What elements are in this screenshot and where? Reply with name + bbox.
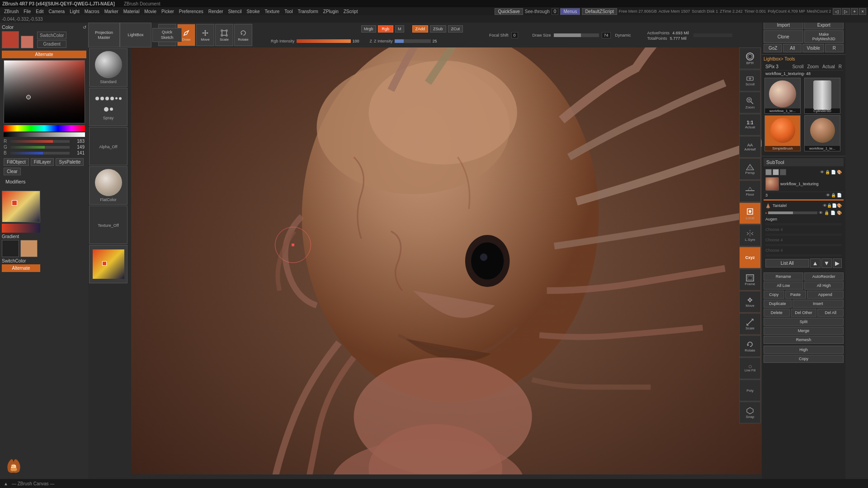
gradient-picker[interactable] [2, 191, 40, 222]
brush-spray[interactable]: Spray [89, 88, 127, 126]
append-button[interactable]: Append [807, 291, 844, 299]
modifiers-button[interactable]: Modifiers [4, 178, 28, 185]
menu-light[interactable]: Light [67, 9, 82, 14]
menu-preferences[interactable]: Preferences [177, 9, 206, 14]
clear-button[interactable]: Clear [4, 168, 21, 175]
alternate-button-bottom[interactable]: Alternate [2, 264, 40, 272]
zoom-icon-label[interactable]: Zoom [807, 64, 819, 69]
scale-rt-button[interactable]: Scale [739, 313, 761, 335]
del-all-button[interactable]: Del All [817, 309, 844, 317]
icon-btn-1[interactable]: ◁ [833, 8, 841, 15]
gradient-button[interactable]: Gradient [37, 40, 66, 48]
delete-button[interactable]: Delete [764, 309, 790, 317]
rgb-intensity-slider[interactable] [297, 39, 351, 43]
brush-alpha-off[interactable]: Alpha_Off [89, 127, 127, 165]
icon-btn-2[interactable]: ▷ [842, 8, 850, 15]
frame-button[interactable]: Frame [739, 269, 761, 291]
menu-transform[interactable]: Transform [296, 9, 321, 14]
copy-subtool-button[interactable]: Copy [764, 291, 784, 299]
menu-texture[interactable]: Texture [263, 9, 282, 14]
actual-button[interactable]: 1:1 Actual [739, 114, 761, 136]
draw-size-slider[interactable] [554, 33, 599, 37]
merge-button[interactable]: Merge [764, 327, 844, 335]
r-slider[interactable] [10, 140, 70, 143]
snap-button[interactable]: Snap [739, 402, 761, 423]
switch-color-button[interactable]: SwitchColor [37, 32, 66, 39]
list-up-button[interactable]: ▲ [810, 258, 821, 268]
st-color-2[interactable] [773, 169, 779, 175]
insert-button[interactable]: Insert [793, 300, 844, 308]
bpr-button[interactable]: BPR [739, 47, 761, 69]
alternate-button[interactable]: Alternate [2, 51, 86, 58]
st-color-1[interactable] [765, 169, 772, 175]
floor-button[interactable]: Floor [739, 180, 761, 202]
mrgb-button[interactable]: Mrgb [361, 25, 376, 33]
st-color-3[interactable] [780, 169, 786, 175]
all-low-button[interactable]: All Low [764, 282, 803, 290]
goz-button[interactable]: GoZ [764, 44, 782, 52]
brush-flatcolor[interactable]: FlatColor [89, 166, 127, 205]
zoom-button[interactable]: Zoom [739, 92, 761, 113]
rotate-button[interactable]: Rotate [234, 24, 252, 46]
paste-subtool-button[interactable]: Paste [785, 291, 806, 299]
menu-picker[interactable]: Picker [159, 9, 176, 14]
menu-stencil[interactable]: Stencil [226, 9, 244, 14]
r-button[interactable]: R [825, 44, 844, 52]
persp-button[interactable]: Persp [739, 158, 761, 180]
cxyz-button[interactable]: Cxyz [739, 247, 761, 268]
lightbox-thumb-4[interactable]: workflow_1_te... [804, 115, 840, 151]
st-intensity-slider[interactable] [768, 211, 817, 214]
linefill-button[interactable]: ⬡ Line Fill [739, 357, 761, 379]
all-high-button[interactable]: All High [804, 282, 844, 290]
b-slider[interactable] [10, 152, 70, 155]
lsym-button[interactable]: L.Sym [739, 225, 761, 246]
menu-movie[interactable]: Movie [142, 9, 159, 14]
scroll-placeholder[interactable] [693, 33, 732, 37]
menu-render[interactable]: Render [206, 9, 226, 14]
rename-button[interactable]: Rename [764, 272, 803, 281]
list-all-button[interactable]: List All [765, 259, 809, 267]
g-slider[interactable] [10, 146, 70, 149]
lightbox-thumb-1[interactable]: workflow_1_te... [764, 78, 801, 114]
scroll-icon-label[interactable]: Scroll [792, 64, 803, 69]
move-button[interactable]: Move [196, 24, 214, 46]
rgb-button[interactable]: Rgb [378, 25, 394, 33]
menu-macros[interactable]: Macros [82, 9, 102, 14]
move-rt-button[interactable]: ✥ Move [739, 291, 761, 313]
remesh-button[interactable]: Remesh [764, 336, 844, 344]
scale-button[interactable]: Scale [215, 24, 233, 46]
menu-file[interactable]: File [21, 9, 33, 14]
icon-btn-4[interactable]: × [859, 8, 866, 15]
aahalf-button[interactable]: AA AAHalf [739, 136, 761, 158]
brush-gradient-picker[interactable] [89, 245, 127, 283]
hue-bar[interactable] [4, 125, 85, 131]
brush-texture-off[interactable]: Texture_Off [89, 206, 127, 244]
high-button[interactable]: High [764, 346, 844, 354]
list-down-button[interactable]: ▼ [821, 258, 832, 268]
fill-object-button[interactable]: FillObject [4, 158, 29, 166]
del-other-button[interactable]: Del Other [791, 309, 817, 317]
scroll-button[interactable]: Scroll [739, 70, 761, 91]
clone-button[interactable]: Clone [764, 30, 803, 43]
menu-material[interactable]: Material [121, 9, 142, 14]
poly-button[interactable]: Poly [739, 380, 761, 401]
menu-edit[interactable]: Edit [33, 9, 46, 14]
menus-button[interactable]: Menus [560, 8, 580, 15]
menu-stroke[interactable]: Stroke [245, 9, 262, 14]
lightbox-thumb-3[interactable]: SimpleBrush [764, 115, 801, 151]
copy-final-button[interactable]: Copy [764, 355, 844, 363]
duplicate-button[interactable]: Duplicate [764, 300, 792, 308]
auto-reorder-button[interactable]: AutoReorder [804, 272, 844, 281]
swatch-dark[interactable] [2, 240, 19, 257]
local-button[interactable]: Local [739, 202, 761, 224]
quick-sketch-button[interactable]: Quick Sketch [152, 28, 182, 42]
sys-palette-button[interactable]: SysPalette [56, 158, 84, 166]
lightbox-thumb-2[interactable]: Cylinder3D [804, 78, 840, 114]
menu-tool[interactable]: Tool [282, 9, 295, 14]
canvas-area[interactable] [131, 47, 784, 474]
quicksave-button[interactable]: QuickSave [495, 8, 523, 15]
menu-marker[interactable]: Marker [102, 9, 121, 14]
icon-btn-3[interactable]: + [851, 8, 858, 15]
menu-zscript[interactable]: ZScript [341, 9, 360, 14]
sculpt-viewport[interactable] [131, 47, 784, 474]
